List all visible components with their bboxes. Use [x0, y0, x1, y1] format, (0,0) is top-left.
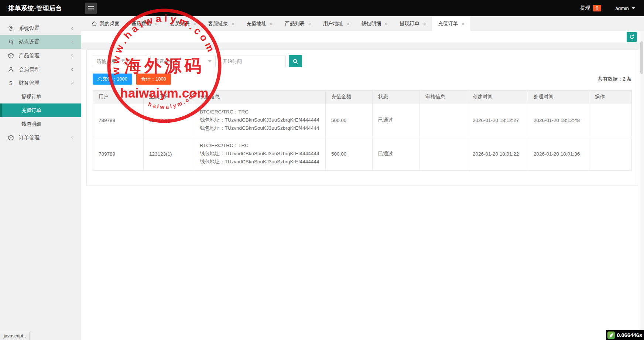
tab-member-list[interactable]: 会员列表×: [164, 16, 202, 31]
sidebar-toggle-button[interactable]: [85, 3, 97, 14]
tab-bar: 我的桌面 基础数据× 会员列表× 客服链接× 充值地址× 产品列表× 用户地址×…: [81, 16, 644, 31]
tab-my-desktop[interactable]: 我的桌面: [86, 16, 126, 31]
tab-product-list[interactable]: 产品列表×: [279, 16, 317, 31]
close-icon[interactable]: ×: [308, 21, 311, 27]
tab-withdraw-orders[interactable]: 提现订单×: [394, 16, 432, 31]
sidebar-item-label: 产品管理: [19, 52, 40, 59]
sidebar-item-finance-management[interactable]: $ 财务管理: [0, 76, 81, 90]
filter-row: 请选择状态: [93, 55, 632, 67]
tab-recharge-address[interactable]: 充值地址×: [240, 16, 279, 31]
cell-parent: 123123(1): [144, 103, 194, 137]
table-header-row: 用户 上级用户 充值信息 充值金额 状态 审核信息 创建时间 处理时间 操作: [93, 91, 632, 103]
tab-wallet-details[interactable]: 钱包明细×: [356, 16, 394, 31]
close-icon[interactable]: ×: [461, 21, 465, 27]
chevron-left-icon: [70, 136, 75, 140]
page-timer-badge: 0.066446s: [606, 330, 644, 340]
cell-info: BTC/ERC/TRC：TRC 钱包地址：TUzvndCBknSouKJ3uuS…: [194, 137, 326, 171]
cell-created: 2026-01-20 18:01:22: [467, 137, 528, 171]
cube-icon: [8, 135, 14, 141]
table-row: 789789 123123(1) BTC/ERC/TRC：TRC 钱包地址：TU…: [93, 103, 632, 137]
orders-table: 用户 上级用户 充值信息 充值金额 状态 审核信息 创建时间 处理时间 操作: [93, 90, 632, 171]
col-parent-user: 上级用户: [144, 91, 194, 103]
scrollbar-track: [640, 31, 644, 340]
leaf-icon: [607, 331, 615, 339]
cell-created: 2026-01-20 18:12:27: [467, 103, 528, 137]
tab-user-address[interactable]: 用户地址×: [317, 16, 356, 31]
scrollbar-thumb[interactable]: [640, 41, 643, 74]
sidebar-subitem-recharge-orders[interactable]: 充值订单: [0, 103, 81, 117]
gear-icon: [8, 25, 14, 31]
sidebar-item-product-management[interactable]: 产品管理: [0, 49, 81, 62]
close-icon[interactable]: ×: [385, 21, 388, 27]
cell-amount: 500.00: [326, 103, 373, 137]
search-button[interactable]: [289, 55, 302, 67]
content-area: 请选择状态 总充值：1000 合计：1000 共有数据：2 条: [81, 50, 644, 340]
close-icon[interactable]: ×: [193, 21, 196, 27]
cell-status: 已通过: [373, 137, 420, 171]
main-area: 我的桌面 基础数据× 会员列表× 客服链接× 充值地址× 产品列表× 用户地址×…: [81, 16, 644, 340]
col-audit-info: 审核信息: [420, 91, 467, 103]
recharge-orders-panel: 请选择状态 总充值：1000 合计：1000 共有数据：2 条: [86, 50, 638, 186]
cell-audit: [420, 103, 467, 137]
cell-processed: 2026-01-20 18:01:36: [528, 137, 589, 171]
status-select-value: 请选择状态: [154, 58, 178, 65]
sidebar-item-label: 站点设置: [19, 39, 40, 45]
search-icon: [292, 58, 298, 64]
col-user: 用户: [93, 91, 144, 103]
total-recharge-button[interactable]: 总充值：1000: [93, 74, 132, 85]
sidebar-item-site-settings[interactable]: 站点设置: [0, 35, 81, 49]
sum-button[interactable]: 合计：1000: [136, 74, 171, 85]
execution-time: 0.066446s: [617, 332, 642, 338]
chevron-down-icon: [208, 60, 212, 62]
tab-recharge-orders[interactable]: 充值订单×: [432, 16, 470, 31]
home-icon: [92, 21, 97, 27]
col-status: 状态: [373, 91, 420, 103]
cell-user: 789789: [93, 103, 144, 137]
cell-status: 已通过: [373, 103, 420, 137]
col-recharge-info: 充值信息: [194, 91, 326, 103]
cell-actions: [589, 137, 632, 171]
toolbar: [81, 31, 644, 42]
cell-processed: 2026-01-20 18:12:48: [528, 103, 589, 137]
cell-actions: [589, 103, 632, 137]
sidebar: 系统设置 站点设置 产品管理: [0, 16, 81, 340]
chevron-down-icon: [70, 81, 75, 85]
sidebar-item-label: 会员管理: [19, 66, 40, 73]
col-processed-time: 处理时间: [528, 91, 589, 103]
col-actions: 操作: [589, 91, 632, 103]
sidebar-subitem-wallet-details[interactable]: 钱包明细: [0, 117, 81, 131]
tab-service-link[interactable]: 客服链接×: [202, 16, 241, 31]
content-gap: [81, 42, 644, 50]
close-icon[interactable]: ×: [232, 21, 235, 27]
withdraw-count-badge: 0: [593, 5, 602, 11]
close-icon[interactable]: ×: [346, 21, 350, 27]
topbar-right: 提现 0 admin: [580, 5, 644, 11]
sidebar-item-system-settings[interactable]: 系统设置: [0, 21, 81, 35]
withdraw-label: 提现: [580, 5, 590, 11]
cell-audit: [420, 137, 467, 171]
col-created-time: 创建时间: [467, 91, 528, 103]
sidebar-item-member-management[interactable]: 会员管理: [0, 62, 81, 76]
chevron-left-icon: [70, 54, 75, 58]
withdraw-notice[interactable]: 提现 0: [580, 5, 602, 11]
user-menu[interactable]: admin: [615, 6, 635, 11]
top-bar: 排单系统-管理后台 提现 0 admin: [0, 0, 644, 16]
refresh-icon: [629, 34, 635, 40]
refresh-button[interactable]: [627, 32, 637, 42]
records-count: 共有数据：2 条: [598, 76, 632, 82]
start-time-input[interactable]: [219, 55, 286, 67]
summary-row: 总充值：1000 合计：1000 共有数据：2 条: [93, 74, 632, 85]
close-icon[interactable]: ×: [423, 21, 426, 27]
sidebar-subitem-withdraw-orders[interactable]: 提现订单: [0, 90, 81, 103]
chevron-left-icon: [70, 40, 75, 44]
close-icon[interactable]: ×: [155, 21, 158, 27]
tab-basic-data[interactable]: 基础数据×: [126, 16, 164, 31]
username-input[interactable]: [93, 55, 147, 67]
status-select[interactable]: 请选择状态: [150, 55, 216, 67]
close-icon[interactable]: ×: [270, 21, 273, 27]
col-amount: 充值金额: [326, 91, 373, 103]
chevron-left-icon: [70, 67, 75, 72]
dollar-icon: $: [8, 80, 14, 86]
sidebar-item-order-management[interactable]: 订单管理: [0, 131, 81, 144]
app-title: 排单系统-管理后台: [0, 4, 81, 13]
